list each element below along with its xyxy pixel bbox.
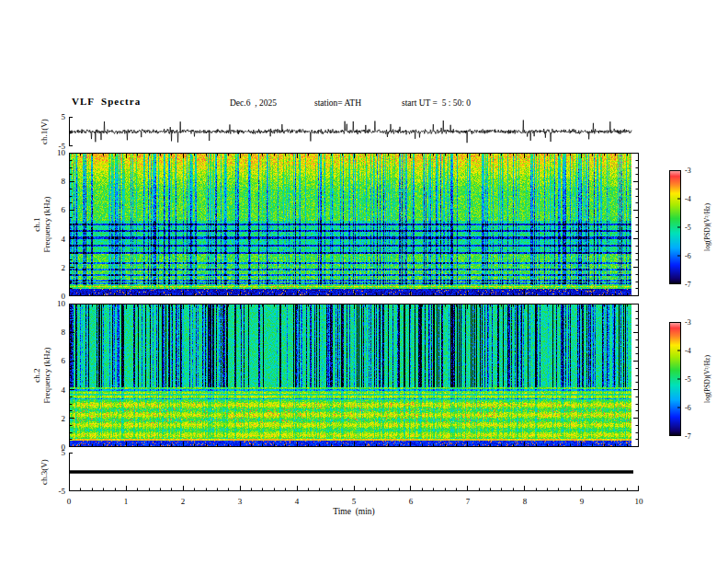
x-tick-label: 7 bbox=[466, 497, 471, 506]
colorbar2-label: log(PSD)(V²/Hz) bbox=[703, 355, 711, 403]
ch2-spec-axis-label-line2: Frequency (kHz) bbox=[42, 347, 52, 403]
x-tick-label: 6 bbox=[409, 497, 414, 506]
x-tick-label: 9 bbox=[580, 497, 585, 506]
colorbar1-tick-label: -5 bbox=[685, 224, 691, 232]
colorbar1-tick-label: -6 bbox=[685, 252, 691, 260]
spec2-ytick-label: 10 bbox=[57, 299, 65, 308]
spec1-ytick-label: 8 bbox=[62, 177, 66, 186]
station-label: station= ATH bbox=[314, 98, 361, 108]
ch1-spec-axis-label-line1: ch.1 bbox=[32, 196, 42, 252]
spec1-ytick-label: 4 bbox=[62, 235, 66, 244]
spec1-ytick-label: 2 bbox=[62, 263, 66, 272]
ch1v-axis-label: ch.1(V) bbox=[40, 119, 49, 144]
date-label: Dec.6 , 2025 bbox=[230, 98, 277, 108]
x-tick-label: 8 bbox=[523, 497, 528, 506]
colorbar2-tick-label: -7 bbox=[685, 432, 691, 441]
ch1-waveform-plot bbox=[69, 117, 639, 146]
x-tick-label: 10 bbox=[635, 497, 643, 506]
colorbar2-tick-label: -6 bbox=[685, 404, 691, 412]
spec1-ytick-label: 10 bbox=[57, 148, 65, 157]
x-tick-label: 3 bbox=[238, 497, 243, 506]
x-tick-label: 2 bbox=[181, 497, 186, 506]
colorbar2-tick-label: -5 bbox=[685, 375, 691, 384]
x-tick-label: 1 bbox=[124, 497, 129, 506]
colorbar1-label: log(PSD)(V²/Hz) bbox=[703, 203, 711, 251]
colorbar2-tick-label: -4 bbox=[685, 347, 691, 355]
ch1-spec-axis-label: ch.1 Frequency (kHz) bbox=[32, 196, 52, 252]
spec2-ytick-label: 6 bbox=[62, 356, 66, 365]
x-tick-label: 4 bbox=[295, 497, 300, 506]
spec2-ytick-label: 8 bbox=[62, 327, 66, 337]
ch1v-ytick-label: 5 bbox=[62, 112, 66, 121]
colorbar1-tick-label: -7 bbox=[685, 281, 691, 289]
colorbar-ch1 bbox=[669, 170, 681, 284]
ch2-spec-axis-label: ch.2 Frequency (kHz) bbox=[32, 347, 52, 403]
x-axis-label: Time (min) bbox=[333, 507, 375, 516]
ch1-spec-axis-label-line2: Frequency (kHz) bbox=[42, 196, 52, 252]
colorbar1-tick-label: -4 bbox=[685, 195, 691, 203]
figure-title: VLF Spectra bbox=[72, 96, 141, 107]
spec1-ytick-label: 6 bbox=[62, 205, 66, 214]
vlf-spectra-figure: VLF Spectra Dec.6 , 2025 station= ATH st… bbox=[0, 0, 728, 563]
ch2-spec-axis-label-line1: ch.2 bbox=[32, 347, 42, 403]
ch3-waveform-plot bbox=[69, 453, 639, 491]
spec2-ytick-label: 2 bbox=[62, 414, 66, 423]
ch3v-axis-label: ch.3(V) bbox=[40, 459, 49, 485]
colorbar-ch2 bbox=[669, 322, 681, 436]
colorbar2-tick-label: -3 bbox=[685, 318, 691, 327]
ch3v-ytick-label: 5 bbox=[62, 448, 66, 457]
spec2-ytick-label: 4 bbox=[62, 385, 66, 395]
x-tick-label: 0 bbox=[67, 497, 72, 506]
ch1-spectrogram-plot bbox=[69, 153, 639, 296]
x-tick-label: 5 bbox=[352, 497, 357, 506]
start-ut-label: start UT = 5 : 50: 0 bbox=[402, 98, 471, 108]
ch3v-ytick-label: -5 bbox=[59, 487, 66, 496]
ch2-spectrogram-plot bbox=[69, 304, 639, 447]
colorbar1-tick-label: -3 bbox=[685, 167, 691, 175]
